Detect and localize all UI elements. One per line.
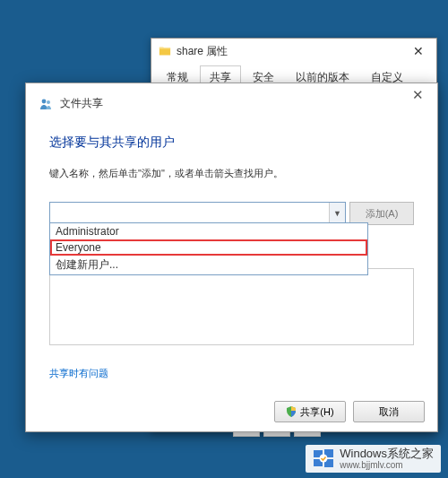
- help-link[interactable]: 共享时有问题: [49, 367, 108, 380]
- cancel-button-label: 取消: [379, 405, 399, 419]
- properties-close-button[interactable]: ✕: [401, 39, 436, 64]
- people-icon: [39, 97, 53, 111]
- file-share-dialog: ✕ 文件共享 选择要与其共享的用户 键入名称，然后单击"添加"，或者单击箭头查找…: [25, 83, 438, 432]
- dialog-header-label: 文件共享: [60, 96, 103, 111]
- windows-logo-icon: [313, 448, 334, 469]
- watermark-url: www.bjjmlv.com: [340, 460, 434, 470]
- dialog-hint: 键入名称，然后单击"添加"，或者单击箭头查找用户。: [49, 167, 414, 180]
- svg-point-1: [47, 100, 50, 104]
- user-dropdown-list: Administrator Everyone 创建新用户...: [49, 222, 368, 275]
- properties-titlebar: share 属性: [151, 39, 436, 64]
- watermark-brand: Windows系统之家: [340, 448, 434, 460]
- dialog-header: 文件共享: [26, 83, 437, 117]
- combo-dropdown-arrow[interactable]: ▼: [329, 203, 345, 224]
- svg-point-8: [320, 455, 328, 463]
- shield-icon: [286, 406, 297, 417]
- folder-icon: [159, 45, 171, 57]
- share-button[interactable]: 共享(H): [274, 401, 346, 422]
- selected-users-list[interactable]: [49, 268, 414, 345]
- svg-point-0: [42, 99, 47, 103]
- dialog-title: 选择要与其共享的用户: [49, 135, 414, 151]
- dropdown-item-everyone[interactable]: Everyone: [50, 239, 367, 256]
- dialog-close-button[interactable]: ✕: [398, 83, 437, 107]
- dropdown-item-create-user[interactable]: 创建新用户...: [50, 256, 367, 274]
- properties-title: share 属性: [177, 44, 228, 59]
- share-button-label: 共享(H): [300, 405, 333, 419]
- watermark: Windows系统之家 www.bjjmlv.com: [306, 445, 441, 473]
- cancel-button[interactable]: 取消: [353, 401, 425, 422]
- dropdown-item-administrator[interactable]: Administrator: [50, 223, 367, 239]
